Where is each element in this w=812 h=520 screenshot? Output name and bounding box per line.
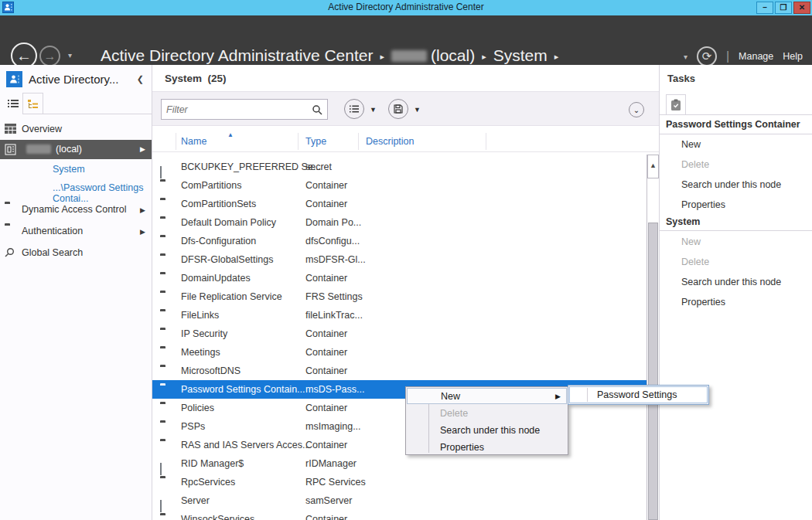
context-menu: New ▶ Delete Search under this node Prop… bbox=[405, 386, 568, 455]
expand-arrow-icon[interactable]: ▶ bbox=[140, 222, 145, 242]
table-row[interactable]: Default Domain PolicyDomain Po... bbox=[152, 213, 659, 232]
table-row[interactable]: FileLinksfileLinkTrac... bbox=[152, 306, 659, 325]
context-menu-item-new[interactable]: New ▶ bbox=[407, 388, 567, 404]
refresh-icon[interactable]: ⟳ bbox=[697, 46, 717, 66]
collapse-filter-chevron-icon[interactable]: ⌄ bbox=[629, 102, 644, 117]
navigation-sidebar: Active Directory... ❮ Overview (local) ▶ bbox=[0, 65, 152, 520]
context-menu-item-properties[interactable]: Properties bbox=[407, 439, 567, 456]
table-row[interactable]: DomainUpdatesContainer bbox=[152, 269, 659, 287]
sidebar-item-label: Authentication bbox=[22, 221, 83, 241]
table-row[interactable]: IP SecurityContainer bbox=[152, 325, 659, 343]
breadcrumb-separator-icon: ▸ bbox=[380, 52, 384, 62]
task-system-properties[interactable]: Properties bbox=[681, 297, 725, 308]
task-psc-delete: Delete bbox=[681, 159, 709, 170]
table-row[interactable]: MeetingsContainer bbox=[152, 343, 659, 362]
table-row[interactable]: BCKUPKEY_PREFERRED Se...secret bbox=[152, 158, 659, 176]
context-menu-item-delete: Delete bbox=[407, 405, 567, 422]
sidebar-item-overview[interactable]: Overview bbox=[0, 119, 152, 139]
sidebar-item-global-search[interactable]: Global Search bbox=[0, 243, 152, 263]
expand-arrow-icon[interactable]: ▶ bbox=[140, 200, 145, 220]
task-system-delete: Delete bbox=[681, 257, 709, 267]
restore-button[interactable]: ❐ bbox=[775, 2, 792, 14]
sidebar-item-dynamic-access-control[interactable]: Dynamic Access Control ▶ bbox=[0, 199, 152, 219]
task-system-search[interactable]: Search under this node bbox=[681, 277, 781, 287]
item-count: (25) bbox=[208, 73, 227, 84]
tasks-section-title: System bbox=[666, 216, 700, 227]
adac-window: Active Directory Administrative Center –… bbox=[0, 0, 812, 520]
breadcrumb: Active Directory Administrative Center ▸… bbox=[101, 46, 565, 65]
save-query-icon[interactable] bbox=[388, 99, 408, 119]
expand-arrow-icon[interactable]: ▶ bbox=[140, 140, 145, 159]
task-system-new: New bbox=[681, 236, 701, 247]
sidebar-item-domain[interactable]: (local) ▶ bbox=[0, 140, 152, 159]
page-title: System (25) bbox=[165, 73, 227, 84]
sidebar-item-label: Dynamic Access Control bbox=[22, 199, 126, 219]
breadcrumb-node[interactable]: System bbox=[493, 46, 548, 65]
breadcrumb-domain[interactable]: (local) bbox=[431, 46, 475, 65]
breadcrumb-root[interactable]: Active Directory Administrative Center bbox=[101, 46, 373, 65]
list-view-tab[interactable] bbox=[5, 95, 22, 112]
toolbar-divider: | bbox=[726, 49, 729, 63]
table-row[interactable]: WinsockServicesContainer bbox=[152, 510, 659, 520]
sidebar-item-label: (local) bbox=[56, 140, 82, 159]
history-dropdown-icon[interactable]: ▾ bbox=[68, 51, 72, 59]
navigation-bar: ← → ▾ Active Directory Administrative Ce… bbox=[0, 15, 812, 65]
column-header-name[interactable]: Name bbox=[181, 136, 206, 147]
scrollbar-thumb[interactable] bbox=[648, 223, 658, 520]
context-submenu: Password Settings bbox=[568, 385, 709, 405]
task-psc-new[interactable]: New bbox=[681, 139, 701, 150]
context-menu-item-search[interactable]: Search under this node bbox=[407, 422, 567, 439]
minimize-button[interactable]: – bbox=[756, 2, 773, 14]
view-options-icon[interactable] bbox=[344, 99, 364, 119]
sidebar-item-label: Global Search bbox=[22, 243, 83, 263]
tasks-pane: Tasks Password Settings Container New De… bbox=[659, 65, 812, 520]
filter-inputbox[interactable] bbox=[161, 99, 328, 120]
sidebar-item-authentication[interactable]: Authentication ▶ bbox=[0, 221, 152, 241]
search-icon[interactable] bbox=[312, 104, 322, 115]
view-options-caret-icon[interactable]: ▼ bbox=[370, 106, 377, 114]
filter-toolbar: ▼ ▼ ⌄ bbox=[152, 91, 659, 126]
title-bar: Active Directory Administrative Center –… bbox=[0, 0, 812, 15]
tasks-section-title: Password Settings Container bbox=[666, 119, 800, 130]
sidebar-title: Active Directory... bbox=[29, 73, 118, 86]
breadcrumb-dropdown-icon[interactable]: ▾ bbox=[684, 53, 687, 61]
task-psc-search[interactable]: Search under this node bbox=[681, 179, 781, 190]
table-row[interactable]: ServersamServer bbox=[152, 491, 659, 510]
close-button[interactable]: ✕ bbox=[793, 2, 810, 14]
table-header: Name ▲ Type Description bbox=[152, 131, 659, 152]
clipboard-icon[interactable] bbox=[666, 94, 686, 114]
table-row[interactable]: Dfs-ConfigurationdfsConfigu... bbox=[152, 232, 659, 250]
menu-gutter-divider bbox=[587, 388, 588, 402]
help-menu[interactable]: Help bbox=[783, 51, 803, 62]
filter-input[interactable] bbox=[166, 102, 305, 117]
table-row[interactable]: DFSR-GlobalSettingsmsDFSR-Gl... bbox=[152, 250, 659, 269]
active-directory-icon bbox=[6, 71, 22, 87]
search-icon bbox=[5, 247, 15, 257]
table-row[interactable]: RpcServicesRPC Services bbox=[152, 473, 659, 491]
table-row[interactable]: ComPartitionsContainer bbox=[152, 176, 659, 195]
tasks-title: Tasks bbox=[667, 73, 695, 84]
manage-menu[interactable]: Manage bbox=[739, 51, 773, 62]
tree-view-tab[interactable] bbox=[22, 93, 43, 114]
sidebar-item-system[interactable]: System bbox=[53, 164, 85, 175]
submenu-arrow-icon: ▶ bbox=[555, 389, 561, 404]
table-row[interactable]: File Replication ServiceFRS Settings bbox=[152, 287, 659, 306]
domain-icon bbox=[5, 144, 16, 155]
scroll-up-icon[interactable]: ▲ bbox=[647, 155, 659, 178]
column-header-type[interactable]: Type bbox=[305, 136, 326, 147]
collapse-sidebar-icon[interactable]: ❮ bbox=[137, 74, 144, 84]
column-header-description[interactable]: Description bbox=[366, 136, 415, 147]
table-row[interactable]: ComPartitionSetsContainer bbox=[152, 195, 659, 213]
vertical-scrollbar[interactable]: ▲ bbox=[647, 155, 659, 520]
redacted-domain-name bbox=[391, 50, 427, 62]
tabs-divider bbox=[22, 114, 152, 114]
window-title: Active Directory Administrative Center bbox=[0, 2, 812, 12]
breadcrumb-separator-icon: ▸ bbox=[554, 52, 559, 62]
task-psc-properties[interactable]: Properties bbox=[681, 199, 725, 210]
table-row[interactable]: MicrosoftDNSContainer bbox=[152, 362, 659, 380]
save-query-caret-icon[interactable]: ▼ bbox=[414, 106, 421, 114]
table-row[interactable]: RID Manager$rIDManager bbox=[152, 454, 659, 473]
submenu-item-password-settings[interactable]: Password Settings bbox=[569, 386, 708, 403]
forward-button[interactable]: → bbox=[39, 46, 60, 66]
sort-ascending-icon: ▲ bbox=[227, 131, 234, 138]
